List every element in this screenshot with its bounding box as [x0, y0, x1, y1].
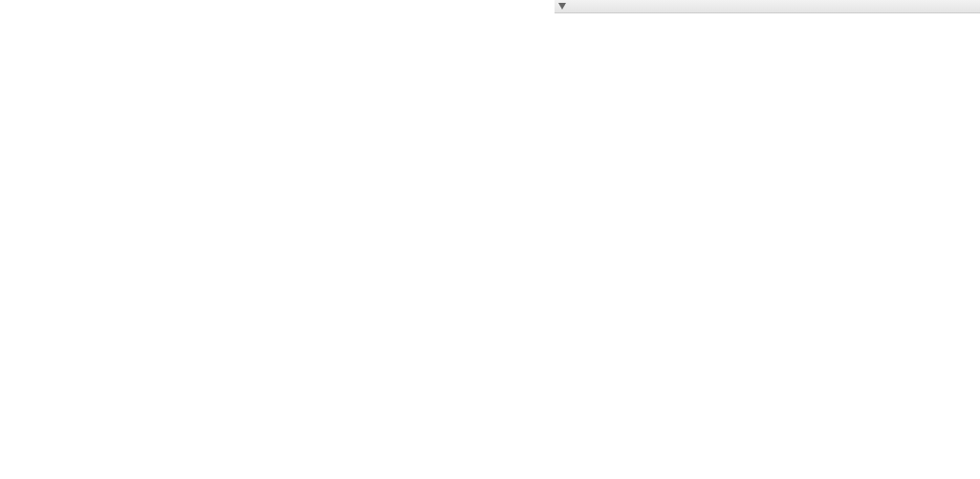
- summary-header-row: [555, 13, 980, 17]
- summary-table: [555, 13, 980, 17]
- control-chart: [4, 6, 549, 436]
- col-sigma: [842, 13, 924, 17]
- col-lcl: [658, 13, 719, 17]
- summary-header[interactable]: [555, 0, 980, 13]
- control-chart-panel: [0, 0, 555, 479]
- disclosure-triangle-icon[interactable]: [558, 3, 566, 10]
- col-n: [925, 13, 980, 17]
- col-ucl: [781, 13, 842, 17]
- summary-panel: [555, 0, 980, 479]
- col-site: [629, 13, 658, 17]
- col-points: [555, 13, 629, 17]
- col-avg: [720, 13, 781, 17]
